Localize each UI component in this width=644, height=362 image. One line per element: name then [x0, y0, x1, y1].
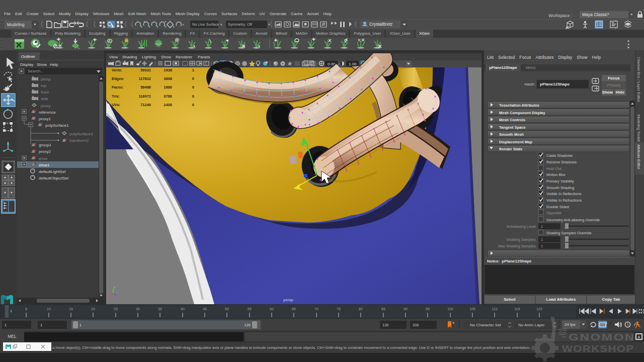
- svg-text:Displacement Map: Displacement Map: [499, 140, 532, 144]
- svg-text:group1: group1: [39, 143, 51, 147]
- svg-text:0: 0: [192, 103, 194, 107]
- svg-text:Faces:: Faces:: [112, 85, 124, 89]
- svg-text:Shading Samples Override: Shading Samples Override: [546, 231, 592, 235]
- svg-text:top: top: [41, 83, 47, 88]
- svg-text:Primary Visibility: Primary Visibility: [546, 179, 574, 184]
- svg-text:71240: 71240: [140, 103, 151, 107]
- svg-text:Show: Show: [37, 62, 47, 67]
- svg-text:105: 105: [469, 307, 475, 311]
- svg-text:100: 100: [447, 307, 453, 311]
- svg-text:proxy1: proxy1: [39, 117, 51, 121]
- svg-text:58486: 58486: [140, 85, 151, 89]
- svg-text:10: 10: [47, 307, 51, 311]
- svg-text:3760: 3760: [164, 94, 172, 99]
- svg-text:0: 0: [192, 85, 194, 89]
- svg-text:UVs:: UVs:: [112, 103, 120, 107]
- svg-text:Double Sided: Double Sided: [546, 205, 569, 209]
- svg-text:5: 5: [25, 307, 27, 311]
- svg-text:Smooth Shading: Smooth Shading: [546, 186, 574, 190]
- svg-text:polySurface3: polySurface3: [69, 132, 93, 136]
- svg-text:Help: Help: [50, 62, 58, 67]
- svg-text:persp: persp: [283, 298, 294, 302]
- svg-text:1: 1: [192, 68, 194, 72]
- svg-text:50: 50: [225, 307, 229, 311]
- svg-text:Outliner: Outliner: [21, 54, 35, 59]
- svg-text:front: front: [41, 90, 49, 95]
- svg-text:200: 200: [413, 323, 419, 327]
- svg-text:Hold-Out: Hold-Out: [546, 166, 562, 171]
- svg-text:WORKSHOP: WORKSHOP: [562, 344, 634, 353]
- svg-text:120: 120: [536, 307, 542, 311]
- svg-text:15: 15: [69, 307, 73, 311]
- svg-text:120: 120: [244, 323, 251, 327]
- svg-text:117812: 117812: [138, 76, 151, 81]
- svg-text:40: 40: [181, 307, 185, 311]
- svg-text:35: 35: [158, 307, 162, 311]
- svg-text:Edges:: Edges:: [112, 76, 124, 81]
- svg-text:defaultLightSet: defaultLightSet: [39, 169, 66, 174]
- svg-text:Shading Samples: Shading Samples: [506, 237, 536, 242]
- svg-text:115: 115: [514, 307, 520, 311]
- svg-text:THE: THE: [562, 328, 568, 339]
- svg-text:116972: 116972: [138, 94, 151, 99]
- svg-text:proxy2: proxy2: [39, 149, 51, 154]
- svg-text:0: 0: [192, 76, 194, 81]
- svg-text:60: 60: [270, 307, 274, 311]
- svg-text:75: 75: [337, 307, 341, 311]
- svg-text:80: 80: [359, 307, 363, 311]
- svg-text:CrystalBretz: CrystalBretz: [369, 22, 392, 27]
- svg-text:Tessellation Attributes: Tessellation Attributes: [499, 103, 539, 108]
- svg-text:120: 120: [382, 323, 389, 327]
- svg-text:59331: 59331: [140, 68, 151, 72]
- svg-text:Verts:: Verts:: [112, 68, 122, 72]
- svg-text:Antialiasing Level: Antialiasing Level: [507, 224, 536, 229]
- svg-text:1: 1: [541, 224, 543, 229]
- svg-text:Max Shading Samples: Max Shading Samples: [498, 244, 536, 248]
- svg-text:Show: Show: [161, 55, 171, 59]
- svg-text:T: T: [205, 62, 207, 65]
- svg-text:Renderer: Renderer: [176, 55, 193, 59]
- svg-text:View: View: [109, 55, 118, 59]
- svg-text:Geometry Anti-aliasing Overrid: Geometry Anti-aliasing Override: [546, 218, 600, 222]
- svg-text:110: 110: [492, 307, 497, 311]
- svg-text:30: 30: [136, 307, 140, 311]
- svg-text:Shading: Shading: [122, 55, 137, 59]
- svg-text:90: 90: [404, 307, 408, 311]
- svg-text:Lighting: Lighting: [142, 55, 156, 59]
- svg-text:Opposite: Opposite: [546, 211, 561, 215]
- svg-text:25: 25: [114, 307, 118, 311]
- svg-text:Display: Display: [20, 62, 33, 67]
- svg-text:side: side: [41, 97, 48, 101]
- svg-text:GNOMON: GNOMON: [569, 332, 635, 342]
- svg-text:y: y: [114, 286, 115, 289]
- svg-text:1938: 1938: [164, 68, 172, 72]
- svg-text:1880: 1880: [164, 85, 172, 89]
- svg-text:persp: persp: [41, 77, 51, 81]
- svg-text:Receive Shadows: Receive Shadows: [546, 160, 577, 164]
- svg-text:Visible In Reflections: Visible In Reflections: [546, 192, 582, 196]
- svg-text:1: 1: [10, 309, 12, 313]
- svg-text:1: 1: [541, 237, 543, 242]
- svg-text:Search...: Search...: [28, 69, 44, 73]
- svg-text:defaultObjectSet: defaultObjectSet: [39, 176, 69, 180]
- svg-text:shoe: shoe: [39, 156, 48, 161]
- svg-text:85: 85: [381, 307, 385, 311]
- svg-text:Mesh Component Display: Mesh Component Display: [499, 111, 546, 115]
- svg-text:45: 45: [203, 307, 207, 311]
- svg-text:Motion Blur: Motion Blur: [546, 172, 566, 177]
- svg-text:No Character Set: No Character Set: [470, 323, 502, 327]
- svg-text:Mesh Controls: Mesh Controls: [499, 118, 525, 122]
- svg-text:20: 20: [91, 307, 95, 311]
- svg-text:55: 55: [248, 307, 252, 311]
- svg-text:polySurface1: polySurface1: [45, 123, 69, 128]
- svg-text:Render Stats: Render Stats: [499, 147, 522, 151]
- svg-text:Tangent Space: Tangent Space: [499, 125, 526, 130]
- svg-text:Panels: Panels: [198, 55, 210, 59]
- svg-text:95: 95: [426, 307, 430, 311]
- svg-text:1: 1: [40, 323, 42, 327]
- svg-text:2400: 2400: [164, 103, 172, 107]
- svg-text:65: 65: [292, 307, 296, 311]
- svg-text:proxy: proxy: [41, 104, 51, 108]
- svg-text:shoe1: shoe1: [39, 163, 50, 167]
- svg-text:70: 70: [314, 307, 318, 311]
